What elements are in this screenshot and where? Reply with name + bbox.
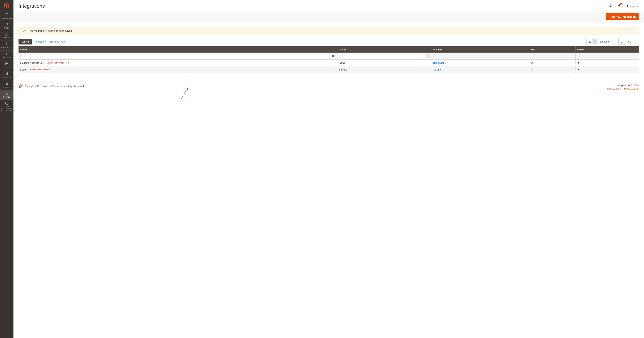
activate-link[interactable]: Activate bbox=[433, 68, 442, 71]
chevron-down-icon[interactable] bbox=[426, 54, 430, 58]
svg-point-1 bbox=[6, 43, 7, 44]
col-header-status[interactable]: Status bbox=[337, 46, 431, 53]
success-message: The integration 'Feedr' has been saved. bbox=[18, 27, 639, 35]
success-message-text: The integration 'Feedr' has been saved. bbox=[28, 29, 72, 32]
table-row[interactable]: Magento Analytics user Integration not s… bbox=[18, 60, 639, 66]
svg-line-9 bbox=[611, 6, 612, 7]
sidebar-item-customers[interactable]: CUSTOMERS bbox=[0, 41, 14, 51]
chevron-right-icon bbox=[636, 41, 637, 43]
pencil-icon[interactable] bbox=[531, 61, 533, 64]
magento-footer-icon bbox=[18, 84, 23, 88]
page-title: Integrations bbox=[18, 3, 45, 9]
sidebar-item-label: STORES bbox=[3, 86, 10, 88]
user-name-label: user bbox=[630, 5, 635, 7]
magento-version: ver. 2.4.5-p1 bbox=[627, 84, 639, 87]
warning-text: Integration not secure bbox=[50, 62, 69, 64]
row-name: Magento Analytics user bbox=[20, 62, 44, 64]
notification-badge: 1 bbox=[620, 3, 622, 5]
user-icon bbox=[626, 4, 629, 8]
sidebar-item-label: SALES bbox=[4, 27, 10, 29]
page-footer: Copyright © 2022 Magento Commerce Inc. A… bbox=[14, 81, 644, 93]
person-icon bbox=[5, 42, 9, 46]
trash-icon[interactable] bbox=[577, 61, 580, 64]
col-header-delete: Delete bbox=[575, 46, 639, 53]
row-name: Feedr bbox=[20, 68, 26, 71]
sidebar-item-label: CATALOG bbox=[3, 37, 11, 39]
col-header-activate: Activate bbox=[431, 46, 529, 53]
pencil-icon[interactable] bbox=[531, 68, 533, 71]
add-new-integration-button[interactable]: Add New Integration bbox=[606, 13, 639, 20]
gear-icon bbox=[5, 92, 9, 93]
warning-icon bbox=[47, 62, 49, 64]
table-row[interactable]: Feedr Integration not secure Inactive Ac… bbox=[18, 66, 639, 73]
per-page-select[interactable]: 20 bbox=[586, 39, 598, 44]
col-header-edit: Edit bbox=[529, 46, 575, 53]
search-filter-button[interactable]: Search bbox=[18, 39, 32, 44]
user-menu[interactable]: user bbox=[626, 4, 639, 8]
header-actions: 1 user bbox=[608, 4, 639, 8]
records-found-text: 2 records found bbox=[50, 40, 66, 43]
page-number-input[interactable] bbox=[618, 39, 625, 44]
layout-icon bbox=[5, 62, 9, 66]
magento-logo[interactable] bbox=[0, 0, 14, 11]
sidebar-item-sales[interactable]: $ SALES bbox=[0, 21, 14, 31]
row-status: Active bbox=[337, 60, 431, 66]
svg-rect-11 bbox=[332, 55, 333, 57]
main-content: Integrations 1 user Add New Integration … bbox=[14, 0, 644, 93]
sidebar-item-label: CONTENT bbox=[3, 67, 11, 68]
report-issue-link[interactable]: Report an Issue bbox=[624, 87, 639, 90]
per-page-value: 20 bbox=[586, 39, 593, 44]
sidebar-item-label: REPORTS bbox=[3, 76, 11, 78]
magento-logo-icon bbox=[4, 2, 10, 8]
grid-controls: Search Reset Filter 2 records found 20 p… bbox=[18, 39, 639, 44]
sidebar-item-label: DASHBOARD bbox=[2, 17, 12, 19]
warning-icon bbox=[29, 69, 31, 70]
search-button[interactable] bbox=[608, 4, 612, 8]
per-page-label: per page bbox=[600, 40, 609, 43]
page-toolbar: Add New Integration bbox=[14, 11, 644, 23]
prev-page-button[interactable] bbox=[611, 39, 616, 44]
sidebar-item-catalog[interactable]: CATALOG bbox=[0, 31, 14, 41]
magento-label: Magento bbox=[618, 84, 626, 87]
col-header-name[interactable]: Name bbox=[18, 46, 337, 53]
megaphone-icon bbox=[5, 52, 9, 56]
bars-icon bbox=[5, 72, 9, 76]
name-filter-input[interactable] bbox=[20, 54, 335, 58]
page-header: Integrations 1 user bbox=[14, 0, 644, 11]
dashboard-icon bbox=[5, 12, 9, 16]
trash-icon[interactable] bbox=[577, 68, 580, 71]
sidebar-item-system[interactable]: SYSTEM bbox=[0, 90, 14, 93]
filter-row bbox=[18, 53, 639, 60]
notifications-button[interactable]: 1 bbox=[617, 4, 621, 8]
svg-rect-5 bbox=[6, 74, 6, 75]
storefront-icon bbox=[5, 82, 9, 86]
svg-point-10 bbox=[627, 5, 628, 6]
check-icon bbox=[22, 30, 25, 32]
svg-point-8 bbox=[609, 4, 611, 6]
filter-helper-icon bbox=[332, 55, 334, 57]
svg-rect-12 bbox=[333, 55, 334, 57]
sidebar-item-label: CUSTOMERS bbox=[1, 47, 12, 49]
insecure-warning: Integration not secure bbox=[47, 62, 69, 64]
chevron-left-icon bbox=[613, 41, 614, 43]
copyright-text: Copyright © 2022 Magento Commerce Inc. A… bbox=[25, 85, 84, 88]
insecure-warning: Integration not secure bbox=[29, 69, 51, 71]
sidebar-item-reports[interactable]: REPORTS bbox=[0, 70, 14, 80]
svg-text:$: $ bbox=[6, 22, 8, 26]
activate-link[interactable]: Reauthorize bbox=[433, 62, 446, 64]
sidebar-item-dashboard[interactable]: DASHBOARD bbox=[0, 11, 14, 21]
sidebar-menu: DASHBOARD $ SALES CATALOG CUSTOMERS MARK… bbox=[0, 11, 14, 93]
row-status: Inactive bbox=[337, 66, 431, 73]
reset-filter-button[interactable]: Reset Filter bbox=[34, 40, 46, 43]
privacy-policy-link[interactable]: Privacy Policy bbox=[607, 87, 621, 90]
status-filter-input[interactable] bbox=[339, 54, 426, 58]
page-of-text: of 1 bbox=[628, 40, 632, 43]
sidebar-item-content[interactable]: CONTENT bbox=[0, 60, 14, 70]
chevron-down-icon bbox=[636, 4, 639, 8]
warning-text: Integration not secure bbox=[32, 69, 51, 71]
sidebar-item-stores[interactable]: STORES bbox=[0, 80, 14, 90]
next-page-button[interactable] bbox=[634, 39, 639, 44]
sidebar-item-label: MARKETING bbox=[2, 57, 12, 58]
admin-sidebar: DASHBOARD $ SALES CATALOG CUSTOMERS MARK… bbox=[0, 0, 14, 93]
sidebar-item-marketing[interactable]: MARKETING bbox=[0, 51, 14, 60]
